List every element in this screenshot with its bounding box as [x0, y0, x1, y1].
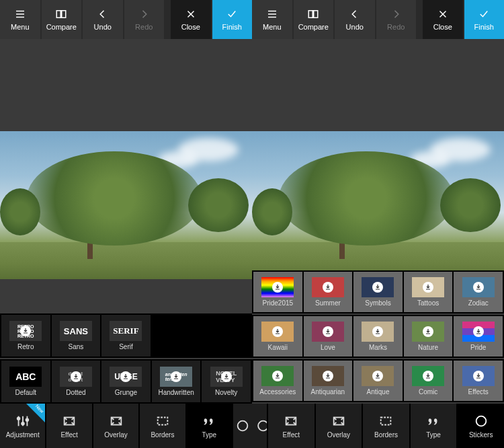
sticker-effects[interactable]: Effects — [454, 361, 503, 401]
sticker-label: Antique — [367, 388, 390, 396]
tab-overlay[interactable]: Overlay — [316, 404, 362, 448]
sticker-comic[interactable]: Comic — [404, 361, 453, 401]
redo-button[interactable]: Redo — [376, 0, 417, 39]
menu-button[interactable]: Menu — [252, 0, 292, 39]
menu-button[interactable]: Menu — [0, 0, 40, 39]
font-thumb: ABC — [9, 367, 42, 387]
font-grunge[interactable]: UNGEGrunge — [101, 361, 151, 402]
svg-point-10 — [22, 422, 24, 424]
tab-label: Overlay — [327, 431, 350, 439]
sticker-zodiac[interactable]: Zodiac — [454, 272, 503, 312]
font-novelty[interactable]: NOVELVELTYNovelty — [202, 361, 251, 402]
sticker-accessories[interactable]: Accessories — [253, 361, 302, 401]
close-button[interactable]: Close — [423, 0, 463, 39]
download-icon — [473, 282, 484, 293]
finish-button[interactable]: Finish — [464, 0, 505, 39]
font-label: Serif — [119, 343, 133, 350]
font-label: Retro — [17, 343, 34, 350]
sticker-row-1: Pride2015 Summer Symbols Tattoos Zodiac — [252, 270, 504, 313]
font-retro[interactable]: RETRORETRORETRORetro — [1, 315, 50, 357]
sticker-thumb — [362, 277, 394, 297]
compare-button[interactable]: Compare — [42, 0, 82, 39]
close-button[interactable]: Close — [171, 0, 211, 39]
font-thumb: NOVELVELTY — [210, 367, 243, 387]
sticker-antique[interactable]: Antique — [353, 361, 403, 401]
tab-adjustment-partial[interactable] — [252, 404, 267, 448]
sticker-summer[interactable]: Summer — [304, 272, 353, 312]
undo-label: Undo — [346, 23, 364, 31]
font-label: Dotted — [66, 389, 85, 396]
sticker-thumb — [462, 277, 495, 297]
sticker-thumb — [261, 322, 294, 342]
spacer — [165, 0, 169, 39]
svg-rect-29 — [314, 11, 318, 18]
sticker-thumb — [312, 366, 344, 386]
sticker-thumb — [462, 366, 495, 386]
sticker-pride2015[interactable]: Pride2015 — [253, 272, 302, 312]
tab-label: Effect — [283, 431, 300, 439]
sticker-love[interactable]: Love — [304, 316, 353, 357]
font-dotted[interactable]: d:o:td:o:tDotted — [52, 361, 101, 402]
sticker-nature[interactable]: Nature — [404, 316, 453, 357]
download-icon — [372, 282, 383, 293]
download-icon — [71, 371, 81, 382]
sticker-thumb — [362, 366, 394, 386]
font-label: Grunge — [115, 389, 137, 396]
sticker-thumb — [462, 322, 495, 342]
svg-point-44 — [476, 416, 486, 426]
sticker-marks[interactable]: Marks — [353, 316, 403, 357]
close-label: Close — [181, 23, 200, 31]
tab-label: Borders — [151, 431, 174, 439]
undo-button[interactable]: Undo — [335, 0, 375, 39]
font-label: Default — [15, 389, 36, 396]
tab-overlay[interactable]: Overlay — [93, 404, 138, 448]
tab-borders[interactable]: Borders — [363, 404, 409, 448]
font-handwritten[interactable]: andwittenterdanHandwritten — [152, 361, 201, 402]
frame-icon — [331, 414, 346, 428]
font-default[interactable]: ABCDefault — [1, 361, 50, 402]
compare-button[interactable]: Compare — [294, 0, 334, 39]
tab-type[interactable]: Type — [411, 404, 457, 448]
sticker-label: Symbols — [365, 299, 390, 307]
download-icon — [423, 371, 433, 381]
sticker-label: Marks — [369, 344, 387, 351]
font-row-2: ABCDefault d:o:td:o:tDotted UNGEGrunge a… — [0, 359, 252, 404]
sticker-kawaii[interactable]: Kawaii — [253, 316, 302, 357]
finish-button[interactable]: Finish — [212, 0, 253, 39]
download-icon — [221, 371, 232, 382]
tab-borders[interactable]: Borders — [140, 404, 185, 448]
font-serif[interactable]: SERIFSerif — [101, 315, 151, 357]
compare-label: Compare — [46, 23, 77, 31]
redo-button[interactable]: Redo — [124, 0, 165, 39]
sticker-symbols[interactable]: Symbols — [353, 272, 403, 312]
undo-button[interactable]: Undo — [83, 0, 123, 39]
topbar: Menu Compare Undo Redo Close Finish — [252, 0, 504, 39]
sticker-label: Effects — [468, 388, 488, 396]
download-icon — [272, 282, 283, 293]
compare-label: Compare — [298, 23, 329, 31]
svg-rect-3 — [57, 11, 61, 18]
close-label: Close — [433, 23, 452, 31]
sticker-pride[interactable]: Pride — [454, 316, 503, 357]
sticker-label: Summer — [315, 299, 341, 307]
sticker-thumb — [362, 322, 394, 342]
font-label: Handwritten — [158, 389, 194, 396]
tab-adjustment[interactable]: NewAdjustment — [0, 404, 45, 448]
svg-rect-4 — [62, 11, 66, 18]
svg-rect-28 — [309, 11, 313, 18]
hamburger-icon — [14, 8, 26, 20]
tab-type[interactable]: Type — [187, 404, 232, 448]
sticker-label: Pride2015 — [263, 299, 294, 307]
font-sans[interactable]: SANSSans — [52, 315, 101, 357]
tab-stickers-partial[interactable] — [233, 404, 252, 448]
empty — [152, 315, 201, 357]
frame-icon — [109, 414, 124, 428]
sticker-antiquarian[interactable]: Antiquarian — [304, 361, 353, 401]
sticker-tattoos[interactable]: Tattoos — [404, 272, 453, 312]
download-icon — [473, 326, 484, 337]
tab-stickers[interactable]: Stickers — [458, 404, 504, 448]
tab-effect[interactable]: Effect — [46, 404, 91, 448]
tab-effect[interactable]: Effect — [268, 404, 314, 448]
tab-label: Adjustment — [6, 431, 40, 439]
check-icon — [226, 8, 238, 20]
